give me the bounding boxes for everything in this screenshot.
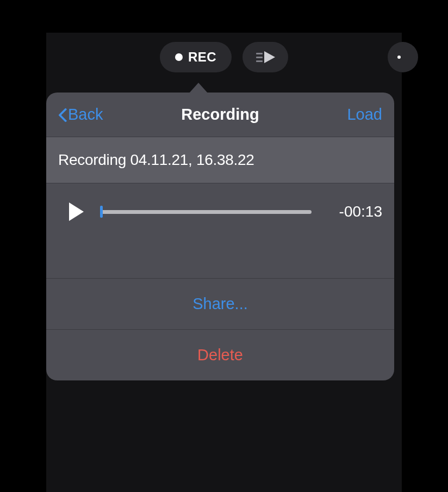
app-viewport: REC Back Recording Load (46, 33, 402, 492)
more-button[interactable] (388, 42, 418, 72)
playback-slider[interactable] (100, 204, 312, 220)
delete-button[interactable]: Delete (46, 330, 394, 380)
popover-header: Back Recording Load (46, 93, 394, 137)
popover-arrow (189, 83, 208, 94)
share-button[interactable]: Share... (46, 279, 394, 330)
play-button[interactable] (69, 202, 84, 221)
time-remaining: -00:13 (328, 203, 382, 220)
player-section: -00:13 (46, 183, 394, 279)
slider-handle[interactable] (100, 206, 103, 218)
back-button[interactable]: Back (58, 106, 103, 124)
chevron-left-icon (58, 107, 67, 122)
back-label: Back (68, 106, 103, 124)
playlist-icon (256, 51, 275, 63)
toolbar: REC (46, 33, 402, 82)
share-label: Share... (192, 295, 248, 312)
load-button[interactable]: Load (347, 106, 382, 124)
play-icon (69, 202, 84, 221)
filename-text: Recording 04.11.21, 16.38.22 (58, 151, 382, 169)
record-button[interactable]: REC (160, 42, 232, 72)
delete-label: Delete (197, 346, 243, 364)
record-label: REC (188, 50, 216, 65)
popover-title: Recording (181, 106, 259, 124)
recording-popover: Back Recording Load Recording 04.11.21, … (46, 93, 394, 380)
slider-track (100, 210, 312, 214)
filename-row[interactable]: Recording 04.11.21, 16.38.22 (46, 137, 394, 183)
record-dot-icon (175, 53, 183, 61)
dot-icon (397, 56, 401, 59)
playlist-button[interactable] (242, 42, 288, 72)
